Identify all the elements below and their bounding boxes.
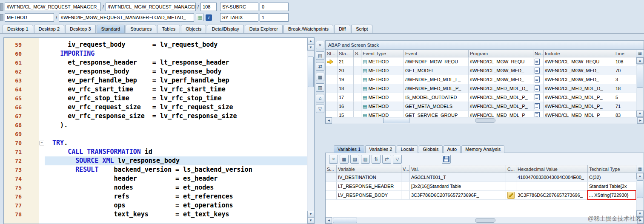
swap-layout-icon[interactable]: ⇄ xyxy=(316,62,324,71)
code-text[interactable]: refs = et_references xyxy=(45,192,307,201)
stack-navigate-cell[interactable] xyxy=(533,66,544,75)
code-text[interactable]: header = es_header xyxy=(45,174,307,183)
layout-grid-icon[interactable]: ▦ xyxy=(636,165,644,173)
variable-value-cell[interactable]: 3C3F786D6C2076657273696F_ xyxy=(410,191,506,199)
sy-subrc-value-field[interactable]: 0 xyxy=(260,3,289,11)
sort-icon[interactable]: ⇅ xyxy=(372,155,381,164)
scroll-down-icon[interactable]: ▼ xyxy=(307,211,314,217)
filter-icon[interactable]: ▽ xyxy=(393,155,402,164)
save-button[interactable] xyxy=(442,155,451,164)
stack-row[interactable]: 15▤METHODGET_SERVICE_GROUP/IWFND/CL_MED_… xyxy=(326,111,636,117)
stack-navigate-cell[interactable] xyxy=(533,102,544,111)
scroll-track[interactable] xyxy=(307,51,314,211)
variable-row[interactable]: LV_RESPONSE_BODY3C3F786D6C2076657273696F… xyxy=(326,191,636,200)
code-text[interactable]: IMPORTING xyxy=(45,49,307,58)
variable-name-cell[interactable]: LV_RESPONSE_BODY xyxy=(337,191,401,199)
code-text[interactable]: iv_request_body = lv_request_body xyxy=(45,40,307,49)
stack-row[interactable]: 21▤METHOD/IWFND/IF_MGW_REQU_/IWFND/CL_MG… xyxy=(326,57,636,66)
code-text[interactable]: RESULT backend_version = ls_backend_vers… xyxy=(45,165,307,174)
navigate-icon[interactable] xyxy=(535,59,540,65)
tab-standard[interactable]: Standard xyxy=(97,25,125,33)
scroll-down-icon[interactable]: ▼ xyxy=(636,111,644,117)
tab-locals[interactable]: Locals xyxy=(397,145,418,153)
stack-navigate-cell[interactable] xyxy=(533,111,544,117)
tab-diff[interactable]: Diff xyxy=(334,25,350,33)
event-name-field[interactable]: /IWFND/IF_MGW_REQUEST_MANAGER~LOAD_METAD… xyxy=(59,13,194,22)
navigate-icon[interactable] xyxy=(535,94,540,100)
splitter-grip[interactable] xyxy=(475,218,495,223)
scroll-left-icon[interactable]: ◄ xyxy=(326,117,332,124)
fold-minus-icon[interactable]: − xyxy=(40,141,44,145)
split-down-icon[interactable]: ▼ xyxy=(307,217,314,224)
stack-column-header[interactable]: Line xyxy=(614,50,631,57)
tab-tables[interactable]: Tables xyxy=(157,25,180,33)
code-text[interactable]: SOURCE XML lv_response_body xyxy=(45,156,307,165)
code-editor[interactable]: 59 iv_request_body = lv_request_body60 I… xyxy=(3,37,315,224)
scroll-up-icon[interactable]: ▲ xyxy=(307,38,314,44)
tab-memory-analysis[interactable]: Memory Analysis xyxy=(461,145,504,153)
navigate-icon[interactable] xyxy=(535,112,540,117)
sy-tabix-field[interactable]: SY-TABIX xyxy=(220,13,258,22)
stack-navigate-cell[interactable] xyxy=(533,75,544,84)
tab-data-explorer[interactable]: Data Explorer xyxy=(245,25,283,33)
scroll-track[interactable] xyxy=(636,179,644,210)
code-text[interactable]: text_keys = et_text_keys xyxy=(45,210,307,219)
stack-row[interactable]: 17▤METHODIS_MODEL_OUTDATED/IWFND/CL_MED_… xyxy=(326,93,636,102)
variable-row[interactable]: IV_DESTINATIONAG3CLNT001_T41004700330043… xyxy=(326,173,636,182)
variables-column-header[interactable]: C... xyxy=(506,165,516,173)
tab-break-watchpoints[interactable]: Break./Watchpoints xyxy=(283,25,333,33)
stack-horizontal-scrollbar[interactable]: ◄ ► xyxy=(326,117,644,124)
delete-variable-icon[interactable]: × xyxy=(329,155,338,164)
stack-navigate-cell[interactable] xyxy=(533,84,544,93)
scroll-track[interactable] xyxy=(636,64,644,111)
sy-tabix-value-field[interactable]: 1 xyxy=(260,13,289,22)
main-program-field[interactable]: /IWFND/CL_MGW_REQUEST_MANAGER_ xyxy=(5,3,101,11)
navigate-icon[interactable] xyxy=(535,85,540,91)
scroll-thumb[interactable] xyxy=(637,180,643,198)
goto-statement-icon[interactable]: ⌂ xyxy=(316,94,324,102)
variables-column-header[interactable]: V... xyxy=(401,165,410,173)
variables-column-header[interactable]: Hexadecimal Value xyxy=(516,165,588,173)
variables-column-header[interactable]: Val. xyxy=(410,165,506,173)
variable-name-cell[interactable]: IV_DESTINATION xyxy=(337,173,401,181)
code-text[interactable]: ev_rfc_stop_time = lv_rfc_stop_time xyxy=(45,94,307,103)
code-text[interactable]: et_response_header = lt_response_header xyxy=(45,58,307,67)
tab-desktop-3[interactable]: Desktop 3 xyxy=(65,25,96,33)
variables-column-header[interactable]: Variable xyxy=(337,165,401,173)
stack-column-header[interactable]: Sta... xyxy=(338,50,354,57)
stack-row[interactable]: 18▤METHOD/IWFND/IF_MED_MDL_P_/IWFND/CL_M… xyxy=(326,84,636,93)
insert-row-icon[interactable]: ▤ xyxy=(350,155,359,164)
new-document-icon[interactable]: ▤ xyxy=(316,51,324,60)
navigate-icon[interactable] xyxy=(535,103,540,109)
code-text[interactable]: TRY. xyxy=(45,139,307,147)
stack-column-header[interactable]: Event xyxy=(404,50,469,57)
stack-column-header[interactable]: Include xyxy=(544,50,614,57)
scroll-thumb[interactable] xyxy=(637,65,643,88)
scroll-up-icon[interactable]: ▲ xyxy=(636,57,644,64)
code-text[interactable]: ev_rfc_response_size = lv_rfc_response_s… xyxy=(45,112,307,121)
grid-display-icon[interactable]: ▦ xyxy=(316,73,324,81)
variable-value-cell[interactable]: AG3CLNT001_T xyxy=(410,173,506,181)
code-text[interactable]: ). xyxy=(45,121,307,130)
code-text[interactable]: ops = et_operations xyxy=(45,201,307,210)
close-icon[interactable]: × xyxy=(316,41,324,49)
variable-change-cell[interactable] xyxy=(506,191,516,199)
scroll-track[interactable] xyxy=(332,117,637,124)
stack-row[interactable]: 16▤METHODGET_META_MODELS/IWFND/CL_MED_MD… xyxy=(326,102,636,111)
tab-globals[interactable]: Globals xyxy=(419,145,442,153)
tab-auto[interactable]: Auto xyxy=(444,145,461,153)
split-down-icon[interactable]: ▼ xyxy=(307,44,314,51)
variable-name-cell[interactable]: LT_RESPONSE_HEADER xyxy=(337,182,401,190)
stack-navigate-cell[interactable] xyxy=(533,57,544,66)
stack-column-header[interactable]: S... xyxy=(354,50,361,57)
editor-vertical-scrollbar[interactable]: ▲ ▼ ▼ ▼ xyxy=(307,38,314,224)
code-text[interactable]: CALL TRANSFORMATION id xyxy=(45,147,307,156)
scroll-right-icon[interactable]: ► xyxy=(637,117,644,124)
tab-script[interactable]: Script xyxy=(351,25,372,33)
grid-icon[interactable]: ▦ xyxy=(340,155,349,164)
stack-column-header[interactable]: St... xyxy=(326,50,338,57)
include-field[interactable]: /IWFND/CL_MGW_REQUEST_MANAGER_ xyxy=(106,3,196,11)
stack-row[interactable]: 20▤METHODGET_MODEL/IWFND/CL_MGW_MED_/IWF… xyxy=(326,66,636,75)
scroll-thumb[interactable] xyxy=(308,57,314,87)
columns-icon[interactable]: ▥ xyxy=(361,155,370,164)
